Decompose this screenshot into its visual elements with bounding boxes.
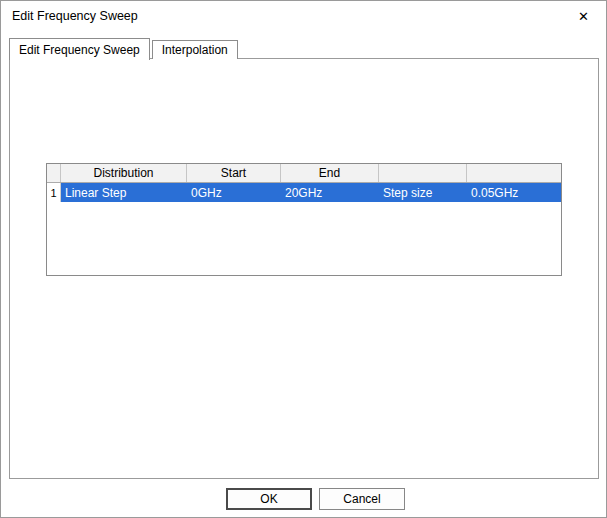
close-icon[interactable]: ✕ [561, 1, 606, 31]
cell-distribution[interactable]: Linear Step [61, 183, 187, 202]
tab-edit-frequency-sweep[interactable]: Edit Frequency Sweep [9, 38, 150, 60]
cell-step-size[interactable]: 0.05GHz [467, 183, 561, 202]
tab-interpolation[interactable]: Interpolation [152, 40, 238, 59]
table-row[interactable]: 1 Linear Step 0GHz 20GHz Step size 0.05G… [47, 183, 561, 202]
ok-button[interactable]: OK [226, 488, 312, 510]
sweeps-table-header: Distribution Start End [47, 164, 561, 183]
header-col4 [379, 164, 467, 182]
header-rownum [47, 164, 61, 182]
cell-end[interactable]: 20GHz [281, 183, 379, 202]
tabstrip: Edit Frequency Sweep Interpolation [9, 37, 238, 59]
titlebar: Edit Frequency Sweep [1, 1, 606, 31]
header-col5 [467, 164, 561, 182]
header-end: End [281, 164, 379, 182]
dialog-title: Edit Frequency Sweep [12, 9, 138, 23]
header-start: Start [187, 164, 281, 182]
cell-start[interactable]: 0GHz [187, 183, 281, 202]
edit-frequency-sweep-dialog: Edit Frequency Sweep ✕ Edit Frequency Sw… [0, 0, 607, 518]
row-number: 1 [47, 183, 61, 202]
sweeps-table[interactable]: Distribution Start End 1 Linear Step 0GH… [46, 163, 562, 276]
header-distribution: Distribution [61, 164, 187, 182]
cancel-button[interactable]: Cancel [319, 488, 405, 510]
cell-step-label[interactable]: Step size [379, 183, 467, 202]
